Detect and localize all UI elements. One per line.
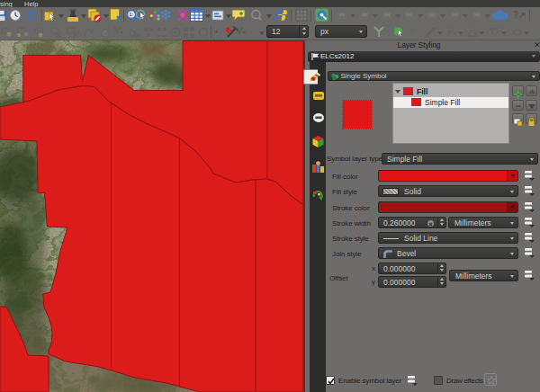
svg-text:1:: 1: xyxy=(129,12,133,17)
